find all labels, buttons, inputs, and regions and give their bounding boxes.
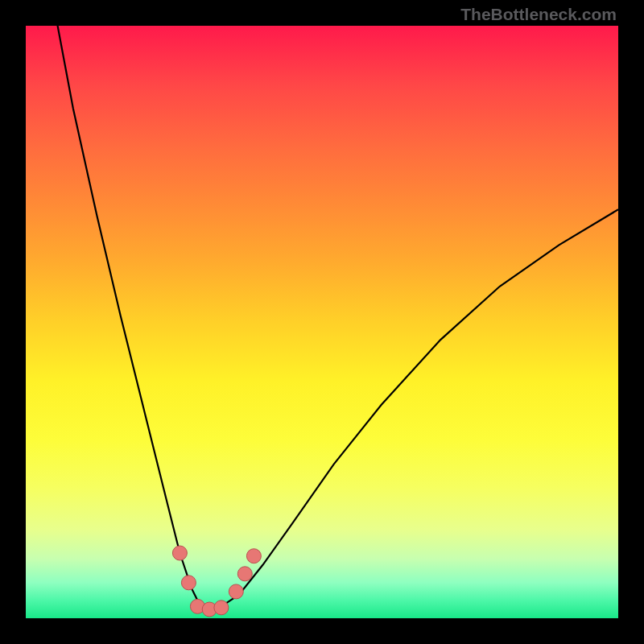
curve-layer [26, 26, 618, 618]
data-marker [214, 601, 229, 615]
data-marker [246, 549, 261, 564]
attribution-label: TheBottleneck.com [460, 5, 617, 24]
data-marker [237, 567, 252, 581]
marker-group [172, 546, 261, 617]
v-curve-path [56, 26, 618, 609]
data-marker [229, 584, 243, 599]
data-marker [181, 576, 196, 590]
data-marker [172, 546, 187, 560]
chart-frame: TheBottleneck.com [0, 0, 644, 644]
plot-area [26, 26, 618, 618]
